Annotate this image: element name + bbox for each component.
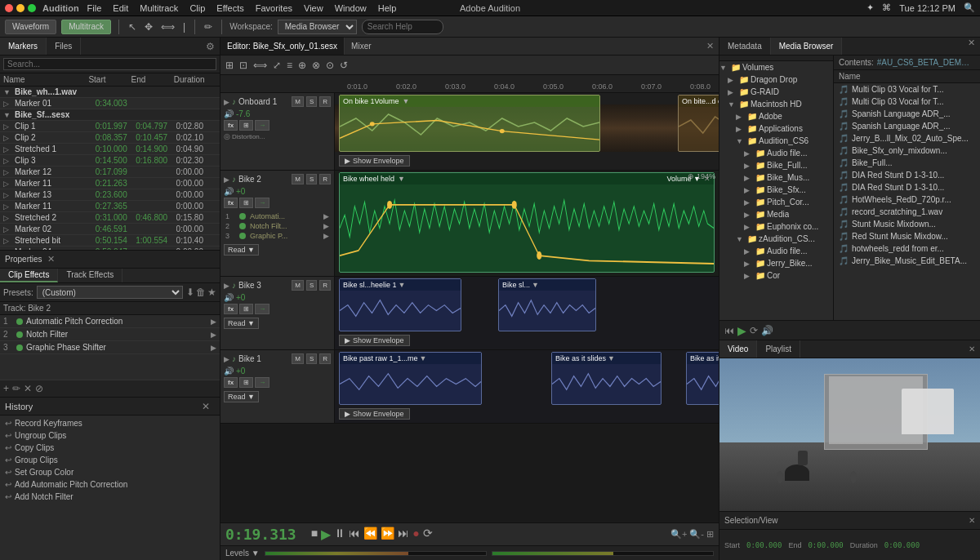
preset-save-icon[interactable]: ⬇ [186, 287, 194, 298]
track-rec-btn-4[interactable]: R [319, 353, 331, 364]
track-content-onboard1[interactable]: On bike 1Volume ▼ [335, 93, 719, 170]
track-mute-btn-4[interactable]: M [292, 353, 304, 364]
menu-item-clip[interactable]: Clip [189, 3, 205, 13]
file-item[interactable]: 🎵 Stunt Music Mixdown... [834, 218, 980, 230]
tl-tool-5[interactable]: ≡ [285, 60, 294, 71]
tree-item-audio-file...[interactable]: ▶ 📁 Audio file... [719, 147, 833, 159]
file-item[interactable]: 🎵 Multi Clip 03 Vocal for T... [834, 96, 980, 108]
file-item[interactable]: 🎵 DIA Red Stunt D 1-3-10... [834, 181, 980, 193]
search-input[interactable] [362, 20, 443, 34]
effect-expand-icon[interactable]: ▶ [211, 318, 216, 326]
tl-tool-6[interactable]: ⊕ [296, 60, 308, 71]
show-envelope-btn-3[interactable]: ▶ Show Envelope [339, 335, 410, 346]
send-btn-2[interactable]: → [255, 198, 270, 208]
menu-item-help[interactable]: Help [378, 3, 397, 13]
transport-record[interactable]: ● [412, 527, 419, 542]
menu-item-window[interactable]: Window [335, 3, 367, 13]
tree-item-audio-file...[interactable]: ▶ 📁 Audio file... [719, 245, 833, 257]
tree-item-bike_sfx...[interactable]: ▶ 📁 Bike_Sfx... [719, 184, 833, 196]
file-item[interactable]: 🎵 Bike_Full... [834, 157, 980, 169]
track-solo-btn-2[interactable]: S [306, 174, 317, 184]
tree-item-adobe[interactable]: ▶ 📁 Adobe [719, 110, 833, 122]
workspace-select[interactable]: Media Browser [278, 20, 357, 34]
tab-video[interactable]: Video [719, 340, 757, 358]
panel-gear-icon[interactable]: ⚙ [201, 41, 220, 52]
clip-bike1-2[interactable]: Bike as it slides ▼ [551, 352, 662, 405]
tree-item-cor[interactable]: ▶ 📁 Cor [719, 269, 833, 282]
marker-row[interactable]: ▷ Stretched 1 0:10.000 0:14.900 0:04.90 [0, 144, 220, 155]
tool-move[interactable]: ✥ [143, 21, 154, 33]
tree-item-media[interactable]: ▶ 📁 Media [719, 208, 833, 220]
marker-row[interactable]: ▷ Clip 1 0:01.997 0:04.797 0:02.80 [0, 121, 220, 132]
clip-onboard1-2[interactable]: On bite...d extra ▼ [678, 95, 719, 152]
tl-tool-9[interactable]: ↺ [338, 60, 350, 71]
track-rec-btn-2[interactable]: R [319, 174, 331, 184]
marker-row[interactable]: ▷ Marker 12 0:17.099 0:00.00 [0, 167, 220, 178]
clip-bike2-main[interactable]: Bike wheel held ▼ Volume ▼ ✕ [339, 172, 715, 273]
eq-btn[interactable]: ⊞ [239, 120, 253, 131]
tree-item-bike_full...[interactable]: ▶ 📁 Bike_Full... [719, 159, 833, 171]
mb-volume-icon[interactable]: 🔊 [761, 325, 773, 336]
tl-tool-1[interactable]: ⊞ [224, 60, 235, 71]
mixer-tab[interactable]: Mixer [345, 40, 377, 52]
tree-item-g-raid[interactable]: ▶ 📁 G-RAID [719, 86, 833, 98]
menu-item-favorites[interactable]: Favorites [256, 3, 292, 13]
right-panel-close-icon[interactable]: ✕ [963, 38, 980, 55]
track-solo-btn-4[interactable]: S [306, 353, 317, 364]
preset-delete-icon[interactable]: 🗑 [196, 287, 206, 298]
read-dropdown-3[interactable]: Read ▼ [224, 318, 259, 329]
transport-prev[interactable]: ⏪ [363, 527, 377, 542]
marker-row[interactable]: ▷ Marker 11 0:21.263 0:00.00 [0, 178, 220, 189]
effect-expand-icon[interactable]: ▶ [211, 344, 216, 352]
file-item[interactable]: 🎵 HotWheels_RedD_720p.r... [834, 193, 980, 206]
menu-item-edit[interactable]: Edit [113, 3, 128, 13]
file-item[interactable]: 🎵 Jerry_Bike_Music_Edit_BETA... [834, 255, 980, 267]
transport-play[interactable]: ▶ [321, 527, 331, 542]
multitrack-btn[interactable]: Multitrack [61, 20, 111, 34]
tool-range[interactable]: ⟺ [159, 21, 176, 33]
close-btn[interactable] [5, 4, 13, 12]
fx-btn-2[interactable]: fx [224, 198, 238, 208]
track-solo-btn-3[interactable]: S [306, 280, 317, 291]
clip-onboard1-1[interactable]: On bike 1Volume ▼ [339, 95, 600, 152]
file-item[interactable]: 🎵 Spanish Language ADR_... [834, 108, 980, 120]
track-content-bike1[interactable]: Bike past raw 1_1...me ▼ Bike as it slid… [335, 350, 719, 423]
clip-bike3-2[interactable]: Bike sl... ▼ [498, 278, 596, 331]
history-item[interactable]: ↩ Ungroup Clips [0, 429, 220, 442]
send-btn-3[interactable]: → [255, 304, 270, 314]
tl-tool-2[interactable]: ⊡ [238, 60, 249, 71]
tl-tool-4[interactable]: ⤢ [271, 60, 283, 71]
fx-bypass-icon[interactable]: ⊘ [35, 383, 43, 394]
tool-cursor[interactable]: | [181, 21, 187, 33]
effect-row[interactable]: 3 Graphic Phase Shifter ▶ [0, 341, 220, 354]
tree-item-bike_mus...[interactable]: ▶ 📁 Bike_Mus... [719, 171, 833, 184]
effect-expand-icon[interactable]: ▶ [211, 331, 216, 339]
marker-row[interactable]: ▼ Bike_wh...1.wav [0, 87, 220, 98]
marker-row[interactable]: ▷ Marker 02 0:46.591 0:00.00 [0, 224, 220, 235]
mb-prev-icon[interactable]: ⏮ [724, 325, 734, 336]
fx-delete-icon[interactable]: ✕ [24, 383, 32, 394]
send-btn[interactable]: → [255, 120, 270, 131]
history-item[interactable]: ↩ Set Group Color [0, 466, 220, 478]
transport-skip-back[interactable]: ⏮ [349, 527, 360, 542]
fullscreen-btn[interactable] [28, 4, 36, 12]
tab-media-browser[interactable]: Media Browser [771, 38, 843, 55]
menu-item-effects[interactable]: Effects [216, 3, 243, 13]
eq-btn-2[interactable]: ⊞ [239, 198, 253, 208]
file-item[interactable]: 🎵 Multi Clip 03 Vocal for T... [834, 83, 980, 96]
tl-tool-7[interactable]: ⊗ [310, 60, 322, 71]
tab-markers[interactable]: Markers [0, 38, 47, 55]
transport-stop[interactable]: ■ [311, 527, 318, 542]
zoom-fit-icon[interactable]: ⊞ [706, 529, 714, 540]
track-content-bike3[interactable]: Bike sl...heelie 1 ▼ Bike sl... ▼ [335, 277, 719, 349]
menu-item-view[interactable]: View [304, 3, 323, 13]
marker-row[interactable]: ▷ Marker 13 0:23.600 0:00.00 [0, 189, 220, 201]
marker-row[interactable]: ▷ Marker 01 0:34.003 [0, 98, 220, 109]
track-content-bike2[interactable]: ⊕ 194% Bike wheel held ▼ Volume ▼ ✕ [335, 171, 719, 276]
tl-tool-3[interactable]: ⟺ [252, 60, 269, 71]
tree-item-pitch_cor...[interactable]: ▶ 📁 Pitch_Cor... [719, 196, 833, 208]
transport-skip-fwd[interactable]: ⏭ [398, 527, 409, 542]
read-dropdown[interactable]: Read ▼ [224, 244, 259, 256]
file-item[interactable]: 🎵 Jerry_B...ll_Mix_02_Auto_Spe... [834, 132, 980, 144]
preset-star-icon[interactable]: ★ [207, 287, 216, 298]
